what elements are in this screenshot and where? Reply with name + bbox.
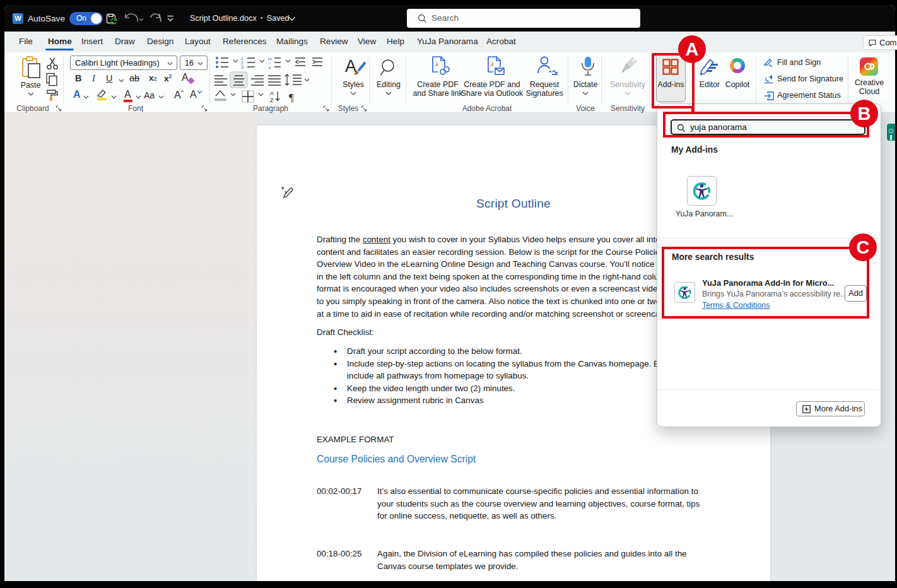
svg-text:λ: λ xyxy=(490,60,494,68)
svg-text:A: A xyxy=(345,57,356,76)
svg-text:A: A xyxy=(270,90,274,97)
svg-text:1a: 1a xyxy=(267,57,272,61)
svg-text:i: i xyxy=(270,61,271,65)
svg-text:1: 1 xyxy=(241,56,243,61)
svg-text:¶: ¶ xyxy=(289,91,294,103)
svg-text:2: 2 xyxy=(241,61,243,65)
svg-text:λ: λ xyxy=(435,60,438,68)
svg-text:a: a xyxy=(269,66,271,69)
svg-text:Z: Z xyxy=(270,97,274,103)
svg-text:3: 3 xyxy=(241,65,243,69)
